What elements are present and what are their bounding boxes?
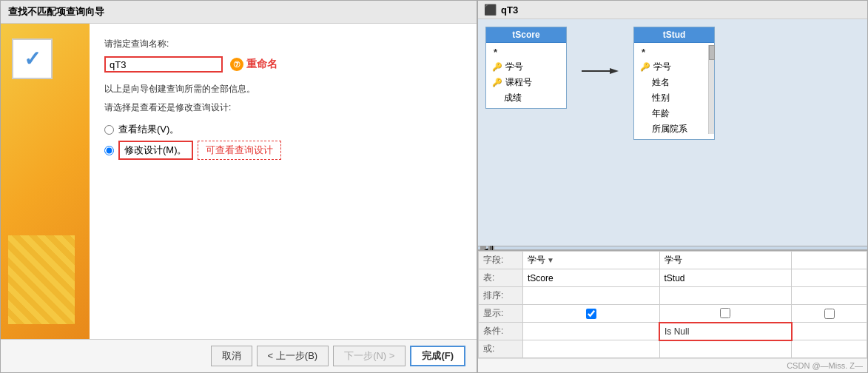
grid-cell-show-2[interactable] — [659, 305, 792, 323]
join-arrow-area — [582, 64, 619, 78]
grid-label-show: 显示: — [479, 305, 523, 323]
watermark: CSDN @—Miss. Z— — [478, 358, 867, 372]
grid-cell-or-1[interactable] — [523, 340, 660, 358]
tstud-field-xingming: 姓名 — [652, 76, 670, 89]
query-name-row: ⑦ 重命名 — [104, 56, 462, 73]
tscore-asterisk: * — [490, 45, 562, 59]
grid-cell-sort-3[interactable] — [792, 287, 867, 305]
cancel-button[interactable]: 取消 — [211, 346, 252, 366]
tstud-table-box: tStud * 🔑 学号 姓名 性别 年龄 所属院系 — [633, 27, 715, 140]
grid-cell-field-1[interactable]: 学号 ▼ — [523, 252, 660, 269]
tstud-field-xuehao: 学号 — [653, 61, 671, 73]
field-value-1: 学号 — [528, 254, 545, 266]
wizard-body: 请指定查询名称: ⑦ 重命名 以上是向导创建查询所需的全部信息。 请选择是查看还… — [1, 24, 477, 339]
tstud-body: * 🔑 学号 姓名 性别 年龄 所属院系 — [634, 43, 714, 139]
grid-row-table: 表: tScore tStud — [479, 269, 867, 287]
grid-cell-or-3[interactable] — [792, 340, 867, 358]
show-checkbox-container-2[interactable] — [665, 308, 787, 318]
tscore-key2-icon: 🔑 — [492, 78, 502, 87]
radio-modify[interactable] — [104, 146, 114, 155]
grid-cell-field-3[interactable] — [792, 252, 867, 269]
grid-row-or: 或: — [479, 340, 867, 358]
can-view-label: 可查看查询设计 — [198, 141, 281, 160]
tstud-row-suoshu: 所属院系 — [638, 121, 710, 137]
tstud-scrollbar[interactable] — [708, 45, 714, 134]
grid-row-sort: 排序: — [479, 287, 867, 305]
query-grid: 字段: 学号 ▼ 学号 表: — [478, 250, 867, 358]
grid-cell-sort-1[interactable] — [523, 287, 660, 305]
query-name-input[interactable] — [104, 56, 223, 73]
tstud-field-nianling: 年龄 — [652, 107, 670, 120]
radio-modify-label-container: 修改设计(M)。 可查看查询设计 — [118, 141, 281, 160]
grid-label-sort: 排序: — [479, 287, 523, 305]
wizard-title: 查找不匹配项查询向导 — [1, 1, 477, 24]
finish-button[interactable]: 完成(F) — [410, 346, 465, 366]
field-dropdown-1[interactable]: 学号 ▼ — [528, 254, 655, 266]
tscore-key-icon: 🔑 — [492, 62, 502, 72]
next-button[interactable]: 下一步(N) > — [333, 346, 406, 366]
tstud-row-xingming: 姓名 — [638, 75, 710, 90]
grid-cell-table-2: tStud — [659, 269, 792, 287]
show-checkbox-2[interactable] — [720, 308, 730, 318]
tscore-body: * 🔑 学号 🔑 课程号 成绩 — [486, 43, 566, 108]
grid-cell-condition-1[interactable] — [523, 323, 660, 340]
radio-group: 查看结果(V)。 修改设计(M)。 可查看查询设计 — [104, 123, 462, 160]
wizard-title-text: 查找不匹配项查询向导 — [8, 6, 104, 17]
grid-cell-show-1[interactable] — [523, 305, 660, 323]
grid-cell-sort-2[interactable] — [659, 287, 792, 305]
tstud-asterisk: * — [638, 45, 710, 59]
query-designer-top: tScore * 🔑 学号 🔑 课程号 成绩 — [478, 19, 867, 246]
tscore-header: tScore — [486, 27, 566, 43]
decorative-stripes — [8, 235, 75, 324]
radio-view-row: 查看结果(V)。 — [104, 123, 462, 136]
grid-cell-condition-3[interactable] — [792, 323, 867, 340]
grid-cell-table-1: tScore — [523, 269, 660, 287]
grid-cell-table-3 — [792, 269, 867, 287]
rename-text: 重命名 — [246, 58, 277, 71]
tstud-scrollbar-thumb[interactable] — [709, 45, 715, 60]
choose-label: 请选择是查看还是修改查询设计: — [104, 101, 462, 114]
section-label: 请指定查询名称: — [104, 38, 462, 50]
info-text: 以上是向导创建查询所需的全部信息。 — [104, 83, 462, 95]
radio-modify-label[interactable]: 修改设计(M)。 — [124, 144, 187, 157]
grid-cell-condition-2-isnull[interactable]: Is Null — [659, 323, 792, 340]
radio-view[interactable] — [104, 125, 114, 135]
tscore-field-chengji: 成绩 — [504, 92, 522, 104]
grid-label-table: 表: — [479, 269, 523, 287]
right-panel: ⬛ qT3 tScore * 🔑 学号 🔑 课程号 成绩 — [477, 0, 868, 373]
wizard-footer: 取消 < 上一步(B) 下一步(N) > 完成(F) — [1, 339, 477, 372]
wizard-content: 请指定查询名称: ⑦ 重命名 以上是向导创建查询所需的全部信息。 请选择是查看还… — [90, 24, 477, 339]
show-checkbox-container-3[interactable] — [796, 309, 862, 319]
prev-button[interactable]: < 上一步(B) — [257, 346, 329, 366]
wizard-panel: 查找不匹配项查询向导 请指定查询名称: ⑦ 重命名 以上是向导创建查询所需的全部… — [0, 0, 477, 373]
field-dropdown-2[interactable]: 学号 — [665, 254, 787, 266]
tscore-row-chengji: 成绩 — [490, 90, 562, 106]
show-checkbox-1[interactable] — [586, 309, 596, 319]
modify-box: 修改设计(M)。 — [118, 141, 193, 160]
tstud-key-icon: 🔑 — [640, 62, 650, 72]
tscore-field-kecheng: 课程号 — [505, 76, 532, 89]
grid-row-condition: 条件: Is Null — [479, 323, 867, 340]
grid-row-field: 字段: 学号 ▼ 学号 — [479, 252, 867, 269]
tscore-table-box: tScore * 🔑 学号 🔑 课程号 成绩 — [485, 27, 567, 109]
grid-cell-or-2[interactable] — [659, 340, 792, 358]
show-checkbox-container-1[interactable] — [528, 309, 655, 319]
tstud-field-xingbie: 性别 — [652, 92, 670, 104]
field-value-2: 学号 — [665, 254, 682, 266]
radio-modify-row: 修改设计(M)。 可查看查询设计 — [104, 141, 462, 160]
svg-marker-1 — [610, 68, 619, 74]
grid-cell-field-2[interactable]: 学号 — [659, 252, 792, 269]
wizard-decoration — [1, 24, 90, 339]
grid-label-or: 或: — [479, 340, 523, 358]
radio-view-label[interactable]: 查看结果(V)。 — [118, 123, 179, 136]
grid-label-field: 字段: — [479, 252, 523, 269]
tscore-row-kecheng: 🔑 课程号 — [490, 75, 562, 90]
tstud-field-suoshu: 所属院系 — [652, 123, 687, 135]
show-checkbox-3[interactable] — [824, 309, 835, 319]
tstud-row-xingbie: 性别 — [638, 90, 710, 106]
step-number: ⑦ — [230, 58, 243, 71]
tstud-row-nianling: 年龄 — [638, 106, 710, 121]
field-dropdown-arrow-1[interactable]: ▼ — [547, 256, 554, 264]
query-grid-table: 字段: 学号 ▼ 学号 表: — [478, 251, 867, 358]
grid-cell-show-3[interactable] — [792, 305, 867, 323]
